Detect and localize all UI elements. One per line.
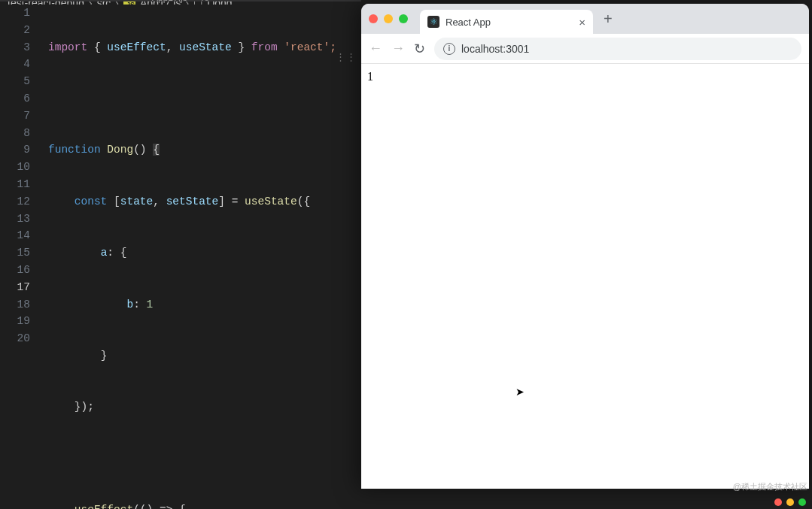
code-body[interactable]: import { useEffect, useState } from 'rea… [45,5,361,509]
editor-title: App17.js — re [152,0,209,3]
line-gutter: 1 2 3 4 5 6 7 8 9 10 11 12 13 14 15 16 1… [0,5,45,509]
address-bar[interactable]: i localhost:3001 [434,38,801,60]
new-tab-button[interactable]: + [599,11,617,28]
watermark-text: @稀土掘金技术社区 [733,481,807,492]
minimize-window-icon[interactable] [384,14,393,23]
maximize-window-icon[interactable] [399,14,408,23]
back-button[interactable]: ← [369,41,382,56]
editor-pane: App17.js — re JS App17.js × JS App14.js … [0,0,361,509]
maximize-window-icon[interactable] [798,498,806,506]
browser-toolbar: ← → ↻ i localhost:3001 [361,34,809,64]
cursor-icon: ➤ [515,386,525,398]
code-editor[interactable]: 1 2 3 4 5 6 7 8 9 10 11 12 13 14 15 16 1… [0,5,361,509]
browser-window: ⚛ React App × + ← → ↻ i localhost:3001 1 [361,4,809,489]
page-viewport[interactable]: 1 [361,64,809,489]
close-window-icon[interactable] [774,498,782,506]
browser-tab-strip: ⚛ React App × + [361,4,809,34]
site-info-icon[interactable]: i [443,43,455,55]
react-icon: ⚛ [427,16,439,28]
window-controls [369,14,408,23]
secondary-window-controls [774,498,806,506]
url-text: localhost:3001 [461,43,529,55]
page-output: 1 [367,70,373,83]
reload-button[interactable]: ↻ [414,41,425,57]
close-icon[interactable]: × [579,16,585,29]
browser-tab-title: React App [446,17,491,28]
forward-button[interactable]: → [391,41,405,56]
close-window-icon[interactable] [369,14,378,23]
browser-tab-reactapp[interactable]: ⚛ React App × [420,10,593,34]
minimize-window-icon[interactable] [786,498,794,506]
